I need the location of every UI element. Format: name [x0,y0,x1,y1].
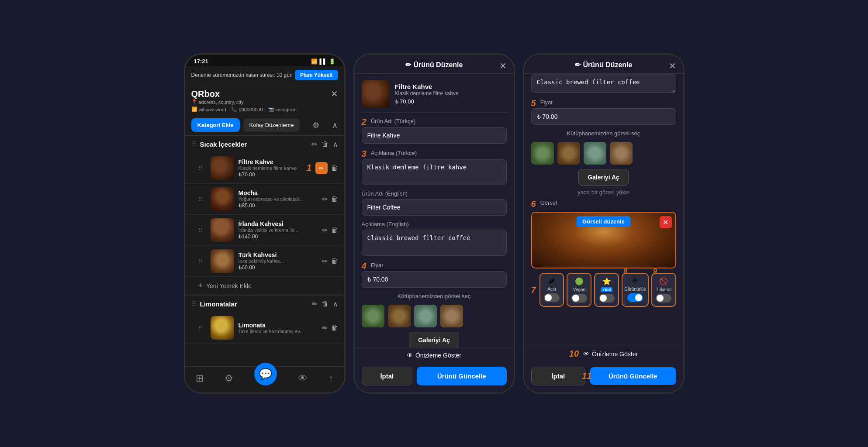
toggle-switch-tukendi[interactable] [656,294,671,303]
collapse-category-icon[interactable]: ∧ [333,140,338,148]
delete-item-icon-mocha[interactable]: 🗑 [331,195,338,203]
easy-edit-button[interactable]: Kolay Düzenleme [243,118,300,132]
upgrade-button-1[interactable]: Planı Yükselt [295,70,338,80]
form-group-price-3: 5 Fiyat [531,98,676,125]
toggle-card-vegan: 🟢 Vegan [567,273,591,307]
edit-item-icon-turk[interactable]: ✏ [322,257,328,265]
wifi-info: 📶 wifipassword [191,107,226,112]
price-input-3[interactable] [531,108,676,125]
library-thumb-3-3[interactable] [584,142,606,165]
name-en-input[interactable] [362,199,507,216]
desc-tr-label: Açıklama (Türkçe) [371,150,417,156]
qr-nav-icon[interactable]: ⊞ [196,373,204,384]
collapse-lemon-cat-icon[interactable]: ∧ [333,300,338,308]
settings-nav-icon[interactable]: ⚙ [225,373,233,384]
delete-item-icon-turk[interactable]: 🗑 [331,257,338,265]
category-name-lemon: Limonatalar [200,300,311,308]
item-drag-handle[interactable]: ⠿ [198,165,203,172]
wifi-icon: 📶 [311,58,318,65]
annotation-6: 6 [531,199,536,209]
modal-close-button-2[interactable]: ✕ [499,66,507,71]
library-thumb-3-4[interactable] [610,142,633,165]
app-title-1: QRbox [191,89,220,99]
close-icon-1[interactable]: ✕ [331,89,338,99]
category-header-hot-drinks: ⠿ Sıcak İçecekler ✏ 🗑 ∧ [185,135,344,153]
update-button-2[interactable]: Ürünü Güncelle [417,367,506,378]
modal-overlay-2: ✏ Ürünü Düzenle ✕ Filtre Kahve Klasik de… [355,66,514,378]
remove-image-button[interactable]: ✕ [660,216,672,228]
library-thumb-2[interactable] [388,305,411,327]
eye-preview-icon: 👁 [407,352,413,359]
annotation-3: 3 [362,149,367,159]
toggle-switch-vegan[interactable] [571,294,587,303]
delete-lemon-cat-icon[interactable]: 🗑 [322,300,329,308]
library-thumb-1[interactable] [362,305,384,327]
cancel-button-3[interactable]: İptal [531,367,586,378]
item-drag-handle-4[interactable]: ⠿ [198,258,203,265]
settings-icon[interactable]: ⚙ [312,120,319,130]
library-thumb-3-2[interactable] [557,142,580,165]
desc-en-input[interactable]: Classic brewed filter coffee [362,230,507,256]
edit-item-icon-mocha[interactable]: ✏ [322,195,328,203]
item-drag-handle-3[interactable]: ⠿ [198,227,203,234]
toggle-knob-goruntu [635,294,642,301]
item-price-mocha: ₺85.00 [239,203,318,209]
vegan-icon: 🟢 [575,277,584,285]
item-drag-handle-lemon[interactable]: ⠿ [198,325,203,331]
upload-nav-icon[interactable]: ↑ [329,373,333,384]
toggle-switch-acili[interactable] [544,293,560,302]
category-actions-lemon: ✏ 🗑 ∧ [311,300,338,308]
delete-category-icon[interactable]: 🗑 [322,140,329,148]
gallery-button-3[interactable]: Galeriyi Aç [578,169,629,186]
edit-item-button-filtre-kahve[interactable]: ✏ [315,162,328,174]
modal-title-2: ✏ Ürünü Düzenle [405,66,463,69]
edit-image-button[interactable]: Görseli düzenle [576,216,631,227]
annotation-5: 5 [531,98,536,108]
delete-item-icon-irlanda[interactable]: 🗑 [331,226,338,234]
menu-item-turk: ⠿ Türk Kahvesi İnce çekilmiş kahve... ₺6… [185,246,344,277]
item-image-irlanda [211,218,234,242]
delete-item-icon-filtre-kahve[interactable]: 🗑 [331,164,338,172]
annotation-4: 4 [362,261,367,271]
update-button-3[interactable]: Ürünü Güncelle [590,367,676,378]
desc-tr-input[interactable]: Klasik demleme filtre kahve [362,159,507,185]
app-info-row: 📶 wifipassword 📞 000000000 📷 instagram [191,107,338,112]
item-actions-irlanda: ✏ 🗑 [322,226,338,234]
cancel-button-2[interactable]: İptal [362,367,413,378]
library-thumb-4[interactable] [440,305,463,327]
edit-item-icon-limonata[interactable]: ✏ [322,324,328,332]
toggle-switch-goruntu[interactable] [627,293,643,302]
form-group-en-desc-3: Classic brewed filter coffee [531,74,676,93]
item-image-mocha [211,187,234,211]
collapse-icon[interactable]: ∧ [332,120,338,130]
edit-lemon-cat-icon[interactable]: ✏ [311,300,317,308]
eye-nav-icon[interactable]: 👁 [298,373,308,384]
fab-button[interactable]: 💬 [254,363,277,385]
drag-handle-lemon[interactable]: ⠿ [191,300,197,308]
item-name-turk: Türk Kahvesi [239,251,318,258]
edit-item-icon-irlanda[interactable]: ✏ [322,226,328,234]
library-thumb-3[interactable] [414,305,437,327]
name-tr-input[interactable] [362,127,507,144]
time-1: 17:21 [194,58,208,65]
en-desc-input-3[interactable]: Classic brewed filter coffee [531,74,676,93]
instagram-icon: 📷 [268,107,274,112]
action-bar-1: Kategori Ekle Kolay Düzenleme ⚙ ∧ [185,115,344,135]
toggle-switch-yeni[interactable] [599,294,615,303]
add-category-button[interactable]: Kategori Ekle [191,118,240,132]
modal-close-button-3[interactable]: ✕ [669,66,676,71]
preview-button-3[interactable]: 👁 Önizleme Göster [583,351,638,358]
image-preview-area: Görseli düzenle ✕ [531,212,676,268]
toggle-label-goruntu: Görünürlük [624,287,646,292]
item-drag-handle-2[interactable]: ⠿ [198,196,203,203]
library-thumb-3-1[interactable] [531,142,554,165]
edit-category-icon[interactable]: ✏ [311,140,317,148]
price-input-2[interactable] [362,271,507,288]
preview-button-2[interactable]: 👁 Önizleme Göster [407,352,461,359]
drag-handle[interactable]: ⠿ [191,140,197,148]
add-item-row-hot[interactable]: + Yeni Yemek Ekle [185,277,344,295]
delete-item-icon-limonata[interactable]: 🗑 [331,324,338,332]
modal-pencil-icon-3: ✏ [575,66,581,69]
toggle-knob-vegan [572,295,579,302]
gallery-button-2[interactable]: Galeriyi Aç [409,332,459,348]
